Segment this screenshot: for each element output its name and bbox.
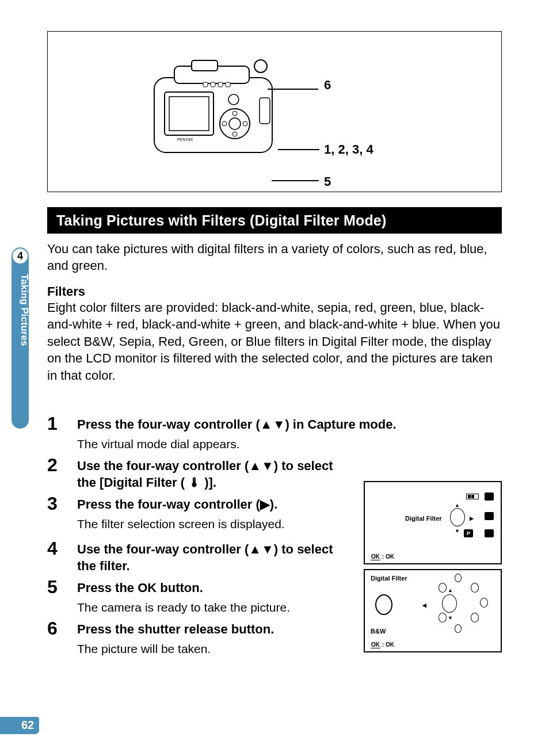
svg-point-11 xyxy=(228,94,239,105)
camera-diagram: PENTAX 6 1, 2, 3, 4 5 xyxy=(47,31,502,192)
svg-rect-4 xyxy=(169,97,209,131)
lcd2-filter-name: B&W xyxy=(371,628,386,635)
svg-point-9 xyxy=(222,121,227,126)
filter-icon xyxy=(450,508,465,526)
callout-1234: 1, 2, 3, 4 xyxy=(324,142,373,157)
lcd1-label: Digital Filter xyxy=(405,515,442,522)
callout-line xyxy=(272,180,319,181)
p-mode-icon: P xyxy=(464,529,473,537)
svg-rect-12 xyxy=(260,98,270,124)
filter-icon xyxy=(480,598,488,608)
lcd-screen-1: Digital Filter ▲ ▶ ▼ P OK : OK xyxy=(364,481,502,564)
chapter-side-tab: 4 Taking Pictures xyxy=(0,247,32,443)
svg-point-10 xyxy=(243,121,247,126)
lcd-screen-2: Digital Filter ▲ ◀ ▼ B&W OK : OK xyxy=(364,569,502,652)
camera-illustration: PENTAX xyxy=(148,49,287,164)
mode-icon xyxy=(485,529,494,537)
filter-icon xyxy=(439,583,447,593)
svg-rect-17 xyxy=(226,82,230,87)
callout-6: 6 xyxy=(324,78,331,93)
svg-point-13 xyxy=(254,60,267,72)
svg-rect-16 xyxy=(218,82,223,87)
filters-section: Filters Eight color filters are provided… xyxy=(47,284,502,384)
section-heading-text: Taking Pictures with Filters (Digital Fi… xyxy=(56,212,387,229)
callout-5: 5 xyxy=(324,174,331,189)
step-desc: The virtual mode dial appears. xyxy=(77,436,502,452)
filter-icon xyxy=(471,613,479,623)
step-desc: The camera is ready to take the picture. xyxy=(77,599,352,616)
step-1: 1 Press the four-way controller (▲▼) in … xyxy=(47,414,502,452)
selected-filter-icon xyxy=(375,594,392,615)
section-heading: Taking Pictures with Filters (Digital Fi… xyxy=(47,207,502,234)
step-number: 5 xyxy=(47,578,77,616)
svg-point-7 xyxy=(232,111,237,116)
mode-icon xyxy=(485,512,494,520)
step-number: 2 xyxy=(47,456,77,491)
svg-rect-2 xyxy=(192,60,218,71)
svg-point-6 xyxy=(229,118,241,129)
svg-rect-14 xyxy=(203,82,208,87)
filter-icon xyxy=(442,594,457,613)
step-number: 1 xyxy=(47,414,77,452)
ok-confirm: OK : OK xyxy=(371,553,394,560)
ok-confirm: OK : OK xyxy=(371,642,394,648)
filter-icon xyxy=(471,583,479,593)
chapter-label: Taking Pictures xyxy=(10,274,30,346)
step-title: Use the four-way controller (▲▼) to sele… xyxy=(77,456,352,491)
callout-line xyxy=(278,149,319,150)
step-number: 6 xyxy=(47,619,77,657)
step-title: Press the OK button. xyxy=(77,578,352,597)
step-title: Use the four-way controller (▲▼) to sele… xyxy=(77,539,352,574)
svg-text:PENTAX: PENTAX xyxy=(177,138,193,142)
page-number: 62 xyxy=(16,717,39,733)
battery-icon xyxy=(466,494,479,499)
filters-body: Eight color filters are provided: black-… xyxy=(47,299,502,384)
step-desc: The filter selection screen is displayed… xyxy=(77,516,352,532)
step-title: Press the four-way controller (▲▼) in Ca… xyxy=(77,414,502,433)
lcd-illustrations: Digital Filter ▲ ▶ ▼ P OK : OK Digital F… xyxy=(364,481,502,657)
mode-icon xyxy=(485,492,494,501)
svg-point-8 xyxy=(232,132,237,136)
filters-heading: Filters xyxy=(47,284,502,299)
filter-icon xyxy=(455,574,462,582)
step-title: Press the four-way controller (▶). xyxy=(77,494,352,513)
filter-icon xyxy=(455,624,462,633)
step-number: 4 xyxy=(47,539,77,574)
callout-line xyxy=(268,89,318,90)
filter-icon xyxy=(439,613,447,623)
intro-text: You can take pictures with digital filte… xyxy=(47,240,502,274)
step-number: 3 xyxy=(47,494,77,532)
chapter-number-circle: 4 xyxy=(12,247,29,265)
svg-rect-15 xyxy=(211,82,215,87)
chapter-number: 4 xyxy=(17,250,23,262)
lcd2-heading: Digital Filter xyxy=(371,575,407,582)
